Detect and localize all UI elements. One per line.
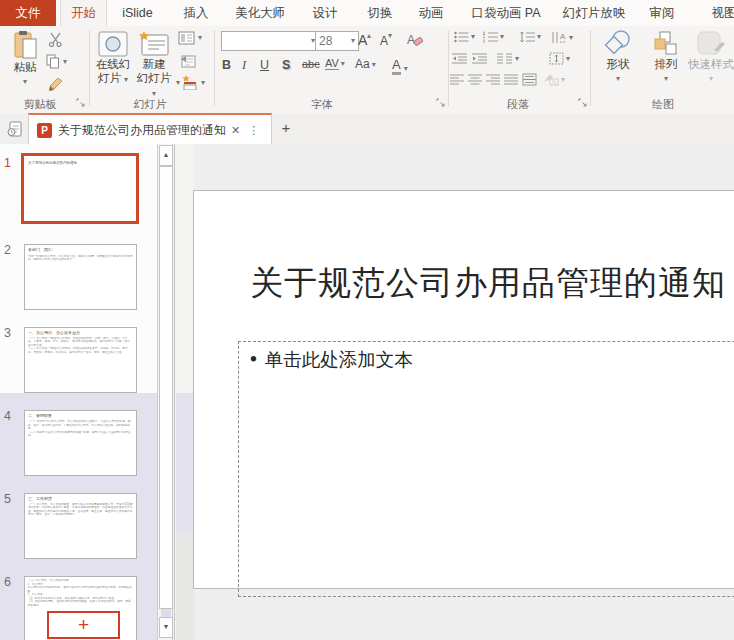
tab-pocket-animation[interactable]: 口袋动画 PA bbox=[460, 0, 552, 26]
grow-font-button[interactable]: A▾ bbox=[358, 32, 371, 48]
line-spacing-icon bbox=[519, 31, 535, 43]
thumbnail-row-2[interactable]: 2 各部门、同仁: 为进一步规范办公用品、办公设备管理，满足办公需要，本着勤俭节… bbox=[0, 243, 157, 313]
reset-slide-button[interactable] bbox=[179, 53, 196, 68]
bullets-button[interactable]: ▾ bbox=[454, 31, 475, 43]
tab-insert[interactable]: 插入 bbox=[170, 0, 222, 26]
section-button[interactable]: ▾ ▾ bbox=[176, 75, 205, 90]
align-left-button[interactable] bbox=[450, 74, 464, 85]
slide-thumbnail[interactable]: 各部门、同仁: 为进一步规范办公用品、办公设备管理，满足办公需要，本着勤俭节约和… bbox=[24, 244, 137, 310]
justify-button[interactable] bbox=[504, 74, 518, 85]
thumbnail-row-4[interactable]: 4 二、管理职责 （一）行政部:为公司办公用品、办公设备的归口管理部门，负责办公… bbox=[0, 409, 157, 479]
tab-design[interactable]: 设计 bbox=[298, 0, 352, 26]
format-painter-button[interactable] bbox=[48, 76, 64, 92]
italic-button[interactable]: I bbox=[242, 58, 246, 73]
new-tab-button[interactable]: + bbox=[276, 117, 296, 139]
quick-styles-button[interactable]: 快速样式 ▾ bbox=[688, 29, 734, 83]
thumbnail-scrollbar[interactable]: ▲ ▼ bbox=[157, 144, 173, 640]
tab-review[interactable]: 审阅 bbox=[638, 0, 686, 26]
ribbon: 粘贴 ▾ ▾ 剪贴板 在线幻 灯片 ▾ bbox=[0, 26, 734, 114]
mini-body: （二）办公用品、办公设备的领取 1、办公用品: 办公用品实行按需领用制度，各部门… bbox=[28, 579, 134, 607]
columns-button[interactable]: ▾ bbox=[497, 53, 519, 64]
online-slides-button[interactable]: 在线幻 灯片 ▾ bbox=[94, 29, 132, 85]
recent-files-button[interactable] bbox=[3, 117, 26, 140]
change-case-button[interactable]: Aa ▾ bbox=[355, 57, 376, 71]
increase-indent-button[interactable] bbox=[472, 53, 487, 64]
underline-button[interactable]: U bbox=[260, 58, 269, 72]
mini-body: （一）行政部:为公司办公用品、办公设备的归口管理部门，负责办公用品的采购、验收、… bbox=[28, 420, 133, 438]
align-center-button[interactable] bbox=[468, 74, 482, 85]
mini-title: 各部门、同仁: bbox=[28, 247, 133, 252]
content-placeholder[interactable]: • 单击此处添加文本 bbox=[238, 341, 734, 597]
shapes-button[interactable]: 形状 ▾ bbox=[596, 29, 640, 83]
strikethrough-button[interactable]: abc bbox=[302, 58, 320, 70]
clipboard-dialog-launcher[interactable] bbox=[76, 98, 85, 107]
slide-thumbnail[interactable]: 关于规范公司办用品管理的通知 bbox=[21, 153, 139, 224]
clipboard-icon bbox=[12, 30, 38, 60]
font-name-combo[interactable]: ▾ bbox=[221, 31, 319, 51]
convert-smartart-button[interactable]: ▾ bbox=[543, 73, 565, 86]
scroll-down-button[interactable]: ▼ bbox=[159, 617, 173, 638]
up-arrow-icon: ▲ bbox=[163, 151, 170, 158]
tab-home[interactable]: 开始 bbox=[60, 0, 107, 26]
shrink-font-button[interactable]: A▾ bbox=[380, 32, 392, 48]
cut-button[interactable] bbox=[48, 32, 63, 47]
new-slide-button[interactable]: 新建 幻灯片 ▾ bbox=[134, 29, 174, 99]
paste-dropdown[interactable]: ▾ bbox=[23, 78, 27, 86]
panel-splitter[interactable] bbox=[174, 144, 194, 640]
text-shadow-button[interactable]: S bbox=[282, 58, 290, 72]
numbering-button[interactable]: ▾ bbox=[483, 31, 504, 43]
font-dialog-launcher[interactable] bbox=[436, 98, 445, 107]
decrease-indent-button[interactable] bbox=[452, 53, 467, 64]
copy-button[interactable]: ▾ bbox=[46, 54, 67, 69]
increase-indent-icon bbox=[472, 53, 487, 64]
close-tab-icon[interactable]: ✕ bbox=[226, 124, 245, 137]
tab-transitions[interactable]: 切换 bbox=[356, 0, 404, 26]
thumbnail-row-3[interactable]: 3 一、办公用品、办公设备划分 （一）办公用品:一般指办公使用的、价值较低的用品… bbox=[0, 326, 157, 396]
mini-body: 为进一步规范办公用品、办公设备管理，满足办公需要，本着勤俭节约和有利工作的原则，… bbox=[28, 254, 133, 261]
quick-styles-icon bbox=[696, 30, 726, 57]
tab-file[interactable]: 文件 bbox=[0, 0, 56, 26]
font-size-dropdown[interactable]: ▾ bbox=[351, 37, 355, 45]
font-size-combo[interactable]: 28 ▾ bbox=[315, 31, 359, 51]
placeholder-prompt-text[interactable]: • 单击此处添加文本 bbox=[248, 347, 413, 372]
tab-islide[interactable]: iSlide bbox=[110, 0, 165, 26]
slide-thumbnail[interactable]: 二、管理职责 （一）行政部:为公司办公用品、办公设备的归口管理部门，负责办公用品… bbox=[24, 410, 137, 476]
font-color-button[interactable]: A ▾ bbox=[392, 57, 408, 75]
arrange-button[interactable]: 排列 ▾ bbox=[646, 29, 686, 83]
distribute-button[interactable] bbox=[522, 73, 537, 86]
columns-icon bbox=[497, 53, 512, 64]
slide-title-text[interactable]: 关于规范公司办用品管理的通知 bbox=[250, 261, 726, 306]
line-spacing-button[interactable]: ▾ bbox=[519, 31, 541, 43]
paste-button[interactable]: 粘贴 ▾ bbox=[6, 29, 44, 86]
splitter-shade-lower bbox=[176, 533, 194, 640]
tab-view[interactable]: 视图 bbox=[700, 0, 734, 26]
tab-menu-icon[interactable]: ⋮ bbox=[245, 124, 262, 137]
scrollbar-track[interactable] bbox=[161, 609, 171, 617]
paragraph-dialog-launcher[interactable] bbox=[578, 98, 587, 107]
slide-thumbnail[interactable]: 一、办公用品、办公设备划分 （一）办公用品:一般指办公使用的、价值较低的用品，如… bbox=[24, 327, 137, 393]
clear-format-button[interactable]: A bbox=[406, 32, 423, 48]
text-direction-button[interactable]: A ▾ bbox=[551, 31, 573, 44]
character-spacing-button[interactable]: AV ▾ bbox=[325, 57, 345, 70]
mini-title: 一、办公用品、办公设备划分 bbox=[28, 330, 133, 335]
align-right-button[interactable] bbox=[486, 74, 500, 85]
tab-slideshow[interactable]: 幻灯片放映 bbox=[554, 0, 634, 26]
slide-number: 6 bbox=[4, 575, 11, 589]
slide-number: 4 bbox=[4, 409, 11, 423]
scrollbar-thumb[interactable] bbox=[159, 166, 173, 609]
align-text-button[interactable]: ▾ bbox=[549, 52, 570, 65]
splitter-shade bbox=[176, 393, 194, 533]
slide-thumbnail[interactable]: 三、工作程序 （一）办公用品、办公设备的购置。各部门根据工作需要提出购置计划，于… bbox=[24, 493, 137, 559]
copy-icon bbox=[46, 54, 60, 69]
document-tab-active[interactable]: P 关于规范公司办用品管理的通知 ✕ ⋮ bbox=[28, 113, 272, 145]
add-slide-button[interactable]: + bbox=[47, 611, 120, 639]
slide-canvas[interactable]: 关于规范公司办用品管理的通知 • 单击此处添加文本 bbox=[193, 190, 734, 589]
scroll-up-button[interactable]: ▲ bbox=[159, 145, 173, 166]
document-tab-title: 关于规范公司办用品管理的通知 bbox=[58, 122, 226, 139]
bold-button[interactable]: B bbox=[222, 58, 231, 72]
thumbnail-row-1[interactable]: 1 关于规范公司办用品管理的通知 bbox=[0, 156, 157, 230]
tab-animations[interactable]: 动画 bbox=[406, 0, 456, 26]
thumbnail-row-5[interactable]: 5 三、工作程序 （一）办公用品、办公设备的购置。各部门根据工作需要提出购置计划… bbox=[0, 492, 157, 562]
layout-button[interactable]: ▾ bbox=[178, 31, 202, 45]
tab-beautify[interactable]: 美化大师 bbox=[227, 0, 293, 26]
